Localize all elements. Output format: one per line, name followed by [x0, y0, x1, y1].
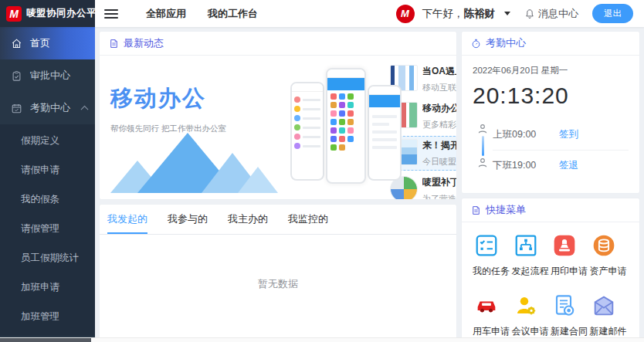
- nav-all-apps[interactable]: 全部应用: [146, 7, 186, 21]
- quick-item-meeting-request[interactable]: 会议申请: [512, 293, 551, 338]
- phone-mockup-right: [368, 85, 402, 181]
- empty-state-text: 暂无数据: [100, 235, 456, 291]
- stopwatch-icon: [471, 39, 481, 49]
- quick-item-label: 新建邮件: [590, 325, 627, 338]
- mountains-graphic: [110, 133, 276, 193]
- meeting-icon: [514, 293, 538, 318]
- sidebar-subitem-overtime-request[interactable]: 加班申请: [0, 273, 95, 302]
- sidebar-item-approval-center[interactable]: 审批中心: [0, 59, 95, 92]
- attendance-date: 2022年06月20日 星期一: [473, 65, 629, 76]
- quick-item-label: 用车申请: [473, 325, 510, 338]
- timeline-rail: [473, 120, 493, 180]
- tab-participated-by-me[interactable]: 我参与的: [168, 205, 208, 234]
- quick-menu-header: 快捷菜单: [462, 198, 639, 222]
- app-title: 唛盟协同办公平台: [26, 7, 107, 20]
- scrollbar-thumb[interactable]: [0, 338, 91, 342]
- quick-item-vehicle-request[interactable]: 用车申请: [473, 293, 512, 338]
- phones-graphic: [289, 62, 381, 193]
- nav-my-workbench[interactable]: 我的工作台: [208, 7, 258, 21]
- message-center-label: 消息中心: [538, 7, 578, 21]
- news-subtitle: 移动互联的到来，让OA与云: [422, 82, 456, 93]
- sidebar-item-label: 考勤中心: [30, 101, 70, 115]
- news-panel-header: 最新动态: [100, 32, 456, 56]
- quick-item-label: 发起流程: [512, 265, 549, 278]
- clipboard-icon: [11, 70, 22, 82]
- assets-icon: [591, 233, 616, 258]
- document-icon: [109, 39, 119, 49]
- top-nav: 全部应用 我的工作台: [146, 7, 258, 21]
- quick-menu-title: 快捷菜单: [486, 203, 526, 217]
- quick-item-my-tasks[interactable]: 我的任务: [473, 233, 512, 278]
- brand-logo-icon: M: [6, 6, 22, 22]
- chevron-down-icon[interactable]: [504, 12, 510, 15]
- calendar-icon: [11, 103, 22, 114]
- news-title: 当OA遇上云-整个协同OA: [422, 65, 456, 78]
- clock-in-label: 上班09:00: [493, 128, 559, 141]
- user-avatar[interactable]: M: [396, 5, 415, 23]
- my-tasks-panel: 我发起的 我参与的 我主办的 我监控的 暂无数据: [100, 205, 456, 342]
- clock-out-row: 下班19:00 签退: [493, 150, 629, 180]
- attendance-clock: 20:13:20: [473, 83, 629, 109]
- attendance-panel: 考勤中心 2022年06月20日 星期一 20:13:20 上班09:0: [462, 32, 639, 193]
- sidebar-subitem-employee-leave-stats[interactable]: 员工假期统计: [0, 243, 95, 273]
- greeting-prefix: 下午好，: [422, 8, 464, 19]
- tab-monitored-by-me[interactable]: 我监控的: [288, 205, 328, 234]
- user-greeting[interactable]: 下午好，陈裕财: [422, 7, 496, 21]
- sidebar-subitem-holiday-definition[interactable]: 假期定义: [0, 126, 95, 155]
- horizontal-scrollbar[interactable]: [0, 337, 644, 342]
- person-icon: [476, 123, 489, 135]
- phone-mockup-center: [326, 68, 366, 184]
- hamburger-menu-icon[interactable]: [104, 9, 118, 19]
- news-title: 唛盟补丁包程序更新: [422, 176, 456, 189]
- phone-mockup-left: [290, 82, 324, 181]
- news-subtitle: 今日唛盟团队正在加班加点，: [422, 156, 456, 168]
- sidebar-item-label: 首页: [30, 36, 50, 50]
- bell-icon: [524, 8, 535, 19]
- sidebar-subitem-my-leave-notes[interactable]: 我的假条: [0, 185, 95, 214]
- clock-in-link[interactable]: 签到: [559, 128, 578, 141]
- person-icon: [476, 157, 489, 169]
- mail-icon: [591, 293, 616, 318]
- clock-out-link[interactable]: 签退: [559, 159, 578, 172]
- quick-item-start-workflow[interactable]: 发起流程: [512, 233, 551, 278]
- workflow-icon: [514, 233, 538, 258]
- news-body: 移动办公 帮你领先同行 把工作带出办公室: [100, 56, 456, 199]
- clock-in-row: 上班09:00 签到: [493, 120, 629, 150]
- tasks-icon: [474, 233, 499, 258]
- attendance-timeline: 上班09:00 签到 下班19:00 签退: [473, 120, 629, 180]
- topbar-right: M 下午好，陈裕财 消息中心 退出: [396, 4, 644, 23]
- clock-out-label: 下班19:00: [493, 159, 559, 172]
- news-subtitle: 更多精彩敬请期待........: [422, 119, 456, 130]
- quick-item-new-contract[interactable]: 新建合同: [551, 293, 590, 338]
- quick-item-new-mail[interactable]: 新建邮件: [590, 293, 629, 338]
- car-icon: [474, 293, 499, 318]
- logout-button[interactable]: 退出: [592, 4, 633, 23]
- attendance-panel-title: 考勤中心: [486, 36, 526, 50]
- logo-block: M 唛盟协同办公平台: [0, 0, 95, 27]
- chevron-up-icon: [81, 106, 89, 113]
- tab-initiated-by-me[interactable]: 我发起的: [107, 205, 147, 234]
- tab-hosted-by-me[interactable]: 我主办的: [228, 205, 268, 234]
- promo-banner: 移动办公 帮你领先同行 把工作带出办公室: [110, 62, 284, 193]
- quick-item-label: 新建合同: [551, 325, 588, 338]
- quick-item-asset-request[interactable]: 资产申请: [590, 233, 629, 278]
- user-name: 陈裕财: [464, 8, 496, 19]
- contract-icon: [552, 293, 577, 318]
- sidebar: 首页 审批中心 考勤中心 假期定义 请假申请 我的假条 请假管理 员工假期统计 …: [0, 27, 95, 337]
- message-center[interactable]: 消息中心: [524, 7, 578, 21]
- sidebar-item-attendance-center[interactable]: 考勤中心: [0, 92, 95, 124]
- top-header: M 唛盟协同办公平台 全部应用 我的工作台 M 下午好，陈裕财 消息中心 退出: [0, 0, 644, 27]
- quick-item-label: 会议申请: [512, 325, 549, 338]
- news-subtitle: 为了营造更好的客户体验，唛: [422, 193, 456, 199]
- stamp-icon: [552, 233, 577, 258]
- oa-platform-app: M 唛盟协同办公平台 全部应用 我的工作台 M 下午好，陈裕财 消息中心 退出 …: [0, 0, 644, 342]
- sidebar-subitem-leave-request[interactable]: 请假申请: [0, 155, 95, 185]
- sidebar-subitem-overtime-management[interactable]: 加班管理: [0, 302, 95, 331]
- sidebar-item-home[interactable]: 首页: [0, 27, 95, 59]
- quick-item-seal-request[interactable]: 用印申请: [551, 233, 590, 278]
- attendance-body: 2022年06月20日 星期一 20:13:20 上班09:00 签到: [462, 56, 639, 180]
- quick-item-label: 用印申请: [551, 265, 588, 278]
- main-content: 最新动态 移动办公 帮你领先同行 把工作带出办公室: [95, 27, 644, 342]
- sidebar-subitem-leave-management[interactable]: 请假管理: [0, 214, 95, 243]
- quick-item-label: 我的任务: [473, 265, 510, 278]
